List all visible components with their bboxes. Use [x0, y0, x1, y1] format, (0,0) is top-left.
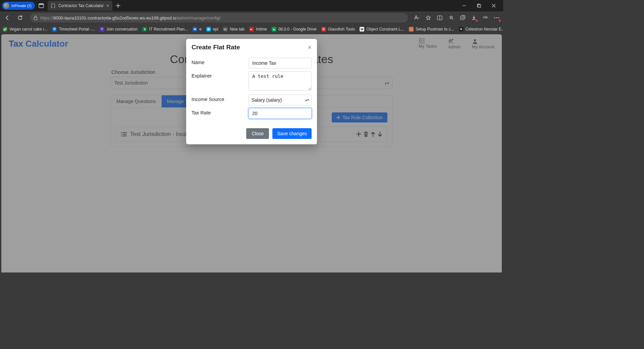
file-icon — [51, 3, 56, 8]
bookmark-item[interactable]: ▲08.0.0 - Google Drive — [272, 27, 317, 32]
svg-rect-4 — [34, 17, 37, 20]
save-button[interactable]: Save changes — [272, 128, 312, 139]
bookmarks-bar: gfVegan carrot cake r...⏱Timesheet Porta… — [0, 24, 503, 34]
back-button[interactable] — [3, 13, 12, 22]
svg-point-9 — [498, 17, 499, 18]
downloads-icon[interactable] — [470, 14, 478, 21]
income-source-select[interactable]: Salary (salary) ▲▼ — [249, 95, 312, 105]
explainer-label: Explainer — [192, 71, 249, 79]
bookmark-item[interactable]: ⊞epl — [206, 27, 218, 32]
bookmark-favicon: ▲ — [272, 27, 276, 32]
explainer-textarea[interactable] — [249, 71, 312, 91]
bookmark-label: Setup Postman to c... — [416, 27, 454, 32]
bookmark-label: epl — [213, 27, 218, 32]
close-button[interactable]: Close — [246, 128, 269, 139]
minimize-button[interactable] — [457, 1, 472, 11]
bookmark-favicon: ▸ — [249, 27, 254, 32]
bookmark-favicon: ⊞ — [206, 27, 211, 32]
bookmark-favicon: W — [360, 27, 364, 32]
tab-overview-icon[interactable] — [38, 2, 45, 9]
bookmark-item[interactable]: OGlassfish Tools — [321, 27, 355, 32]
bookmark-label: Intime — [256, 27, 267, 32]
bookmark-label: Object Constraint L... — [366, 27, 404, 32]
address-bar[interactable]: https://8000-laura10101-contractorta-g5o… — [30, 13, 408, 22]
bookmark-item[interactable]: gfVegan carrot cake r... — [3, 27, 47, 32]
tax-rate-input[interactable] — [249, 108, 312, 119]
tab-strip: InPrivate (2) Contractor Tax Calculator … — [0, 0, 503, 11]
inprivate-indicator[interactable]: InPrivate (2) — [2, 2, 35, 10]
bookmark-favicon: O — [321, 27, 326, 32]
more-menu-icon[interactable] — [493, 14, 500, 21]
create-flat-rate-modal: Create Flat Rate × Name Explainer Income… — [186, 39, 317, 144]
name-label: Name — [192, 58, 249, 65]
bookmark-favicon: ⏱ — [52, 27, 57, 32]
lock-icon — [34, 15, 38, 20]
bookmark-item[interactable]: SIT Recruitment Plan... — [142, 27, 188, 32]
bookmark-favicon: 🔧 — [409, 27, 414, 32]
nav-toolbar: https://8000-laura10101-contractorta-g5o… — [0, 11, 503, 24]
bookmark-label: Vegan carrot cake r... — [9, 27, 47, 32]
avatar — [3, 3, 9, 9]
favorites-menu-icon[interactable] — [447, 14, 455, 21]
tax-rate-label: Tax Rate — [192, 108, 249, 115]
bookmark-item[interactable]: ▸Intime — [249, 27, 267, 32]
bookmark-label: Celestron Nexstar E... — [466, 27, 503, 32]
new-tab-button[interactable] — [114, 1, 122, 10]
close-tab-icon[interactable]: × — [106, 3, 109, 8]
bookmark-item[interactable]: TJoin conversation — [100, 27, 138, 32]
bookmark-label: Timesheet Portal -... — [59, 27, 95, 32]
bookmark-item[interactable]: ⏱Timesheet Portal -... — [52, 27, 95, 32]
bookmark-label: e — [199, 27, 202, 32]
svg-rect-3 — [478, 5, 481, 7]
bookmark-item[interactable]: We — [193, 27, 202, 32]
refresh-button[interactable] — [15, 13, 25, 22]
bookmark-label: IT Recruitment Plan... — [149, 27, 188, 32]
bookmark-item[interactable]: WObject Constraint L... — [360, 27, 404, 32]
close-window-button[interactable] — [486, 1, 501, 11]
favorite-icon[interactable] — [425, 14, 432, 21]
bookmark-favicon: ✦ — [459, 27, 464, 32]
bookmark-favicon: S — [142, 27, 147, 32]
svg-rect-1 — [39, 4, 44, 5]
toolbar-right-icons: A» — [413, 14, 500, 21]
bookmark-label: Glassfish Tools — [328, 27, 355, 32]
tab-title: Contractor Tax Calculator — [58, 3, 104, 8]
bookmark-favicon: T — [100, 27, 104, 32]
bookmark-label: Join conversation — [106, 27, 138, 32]
income-source-value: Salary (salary) — [252, 97, 282, 103]
browser-window: InPrivate (2) Contractor Tax Calculator … — [0, 0, 503, 34]
income-source-label: Income Source — [192, 95, 249, 102]
bookmark-favicon: ▭ — [223, 27, 228, 32]
bookmark-label: 08.0.0 - Google Drive — [278, 27, 317, 32]
svg-point-8 — [496, 17, 497, 18]
split-screen-icon[interactable] — [436, 14, 443, 21]
collections-icon[interactable] — [459, 14, 466, 21]
bookmark-item[interactable]: ✦Celestron Nexstar E... — [459, 27, 503, 32]
read-aloud-icon[interactable]: A» — [413, 14, 421, 21]
chevron-updown-icon: ▲▼ — [305, 98, 309, 102]
window-controls — [457, 1, 501, 11]
close-icon[interactable]: × — [308, 44, 312, 51]
performance-icon[interactable] — [482, 14, 489, 21]
viewport: Tax Calculator My Tasks Admin My Account… — [1, 34, 502, 272]
bookmark-item[interactable]: ▭New tab — [223, 27, 245, 32]
inprivate-label: InPrivate (2) — [11, 4, 32, 8]
maximize-button[interactable] — [472, 1, 486, 11]
svg-point-7 — [494, 17, 495, 18]
bookmark-favicon: W — [193, 27, 197, 32]
browser-tab[interactable]: Contractor Tax Calculator × — [48, 1, 112, 11]
bookmark-label: New tab — [230, 27, 245, 32]
modal-title: Create Flat Rate — [192, 44, 240, 51]
url-text: https://8000-laura10101-contractorta-g5o… — [40, 15, 220, 20]
name-input[interactable] — [249, 58, 312, 68]
bookmark-favicon: gf — [3, 27, 7, 32]
bookmark-item[interactable]: 🔧Setup Postman to c... — [409, 27, 454, 32]
